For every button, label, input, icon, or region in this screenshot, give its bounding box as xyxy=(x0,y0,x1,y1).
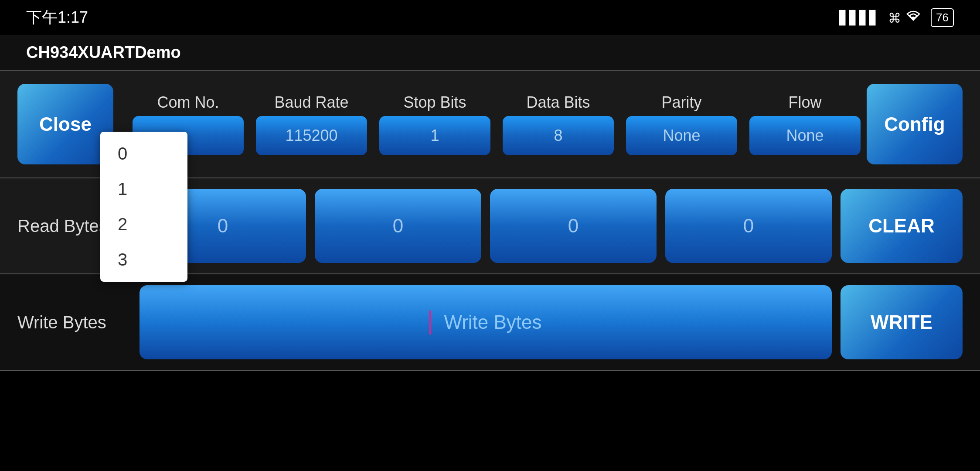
clear-button[interactable]: CLEAR xyxy=(840,189,963,263)
app-title-bar: CH934XUARTDemo xyxy=(0,35,980,70)
stop-bits-value[interactable]: 1 xyxy=(379,116,490,155)
stop-bits-label: Stop Bits xyxy=(403,93,466,112)
read-value-3: 0 xyxy=(490,189,657,263)
dropdown-item-1[interactable]: 1 xyxy=(100,171,187,207)
stop-bits-group: Stop Bits 1 xyxy=(373,93,497,155)
baud-rate-value[interactable]: 115200 xyxy=(256,116,367,155)
text-cursor xyxy=(429,311,431,334)
baud-rate-group: Baud Rate 115200 xyxy=(250,93,373,155)
write-input-placeholder: Write Bytes xyxy=(435,311,541,333)
data-bits-value[interactable]: 8 xyxy=(503,116,614,155)
write-row: Write Bytes Write Bytes WRITE xyxy=(0,274,980,370)
data-bits-group: Data Bits 8 xyxy=(497,93,620,155)
read-value-2: 0 xyxy=(315,189,481,263)
app-title: CH934XUARTDemo xyxy=(26,43,181,62)
signal-icon: ▋▋▋▋ xyxy=(839,10,879,25)
dropdown-item-3[interactable]: 3 xyxy=(100,242,187,277)
dropdown-item-2[interactable]: 2 xyxy=(100,207,187,242)
parity-group: Parity None xyxy=(620,93,743,155)
flow-value[interactable]: None xyxy=(749,116,861,155)
status-time: 下午1:17 xyxy=(26,7,88,28)
flow-group: Flow None xyxy=(743,93,867,155)
write-button[interactable]: WRITE xyxy=(840,285,963,359)
main-content: Close Com No. Baud Rate 115200 Stop Bits… xyxy=(0,70,980,371)
dropdown-item-0[interactable]: 0 xyxy=(100,136,187,171)
write-input-box[interactable]: Write Bytes xyxy=(140,285,832,359)
com-no-dropdown: 0 1 2 3 xyxy=(100,132,187,282)
status-bar: 下午1:17 ▋▋▋▋ ⌘ 76 xyxy=(0,0,980,35)
read-value-4: 0 xyxy=(665,189,832,263)
baud-rate-label: Baud Rate xyxy=(274,93,348,112)
flow-label: Flow xyxy=(788,93,821,112)
parity-value[interactable]: None xyxy=(626,116,737,155)
battery-icon: 76 xyxy=(931,8,954,27)
data-bits-label: Data Bits xyxy=(526,93,590,112)
status-icons: ▋▋▋▋ ⌘ 76 xyxy=(839,8,954,27)
write-bytes-label: Write Bytes xyxy=(17,313,131,332)
parity-label: Parity xyxy=(661,93,701,112)
wifi-icon: ⌘ xyxy=(888,10,922,26)
config-button[interactable]: Config xyxy=(867,84,963,164)
controls-row: Close Com No. Baud Rate 115200 Stop Bits… xyxy=(0,71,980,178)
close-button[interactable]: Close xyxy=(17,84,113,164)
com-no-label: Com No. xyxy=(157,93,219,112)
